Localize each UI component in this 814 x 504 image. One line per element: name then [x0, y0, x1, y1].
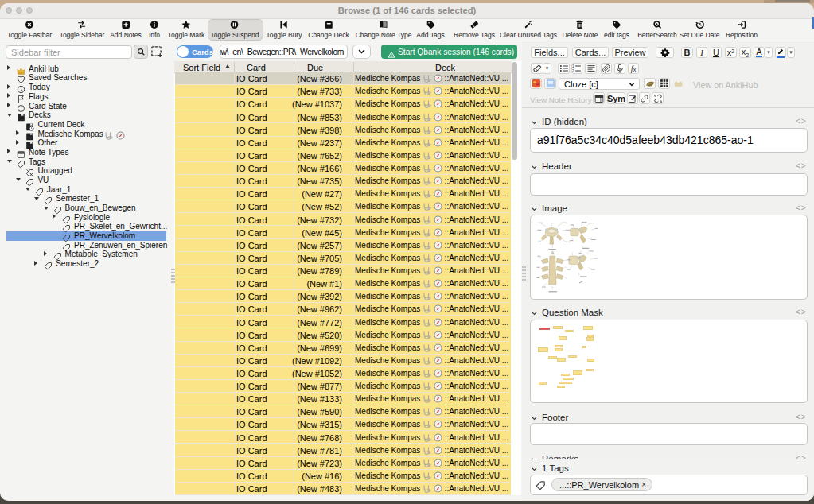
svg-text:2: 2 — [572, 69, 574, 73]
svg-text:1: 1 — [572, 64, 574, 68]
